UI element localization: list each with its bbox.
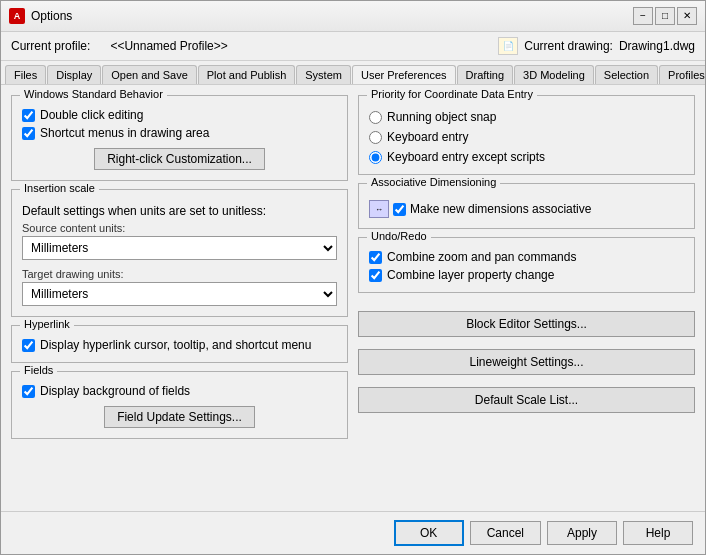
- running-snap-row: Running object snap: [369, 110, 684, 124]
- current-drawing: 📄 Current drawing: Drawing1.dwg: [498, 37, 695, 55]
- tab-profiles[interactable]: Profiles: [659, 65, 705, 85]
- lineweight-settings-button[interactable]: Lineweight Settings...: [358, 349, 695, 375]
- keyboard-except-label[interactable]: Keyboard entry except scripts: [387, 150, 545, 164]
- source-content-select[interactable]: Millimeters Inches Feet Meters Centimete…: [22, 236, 337, 260]
- tab-3d-modeling[interactable]: 3D Modeling: [514, 65, 594, 85]
- tab-plot-publish[interactable]: Plot and Publish: [198, 65, 296, 85]
- current-drawing-label: Current drawing:: [524, 39, 613, 53]
- tab-open-save[interactable]: Open and Save: [102, 65, 196, 85]
- running-snap-label[interactable]: Running object snap: [387, 110, 496, 124]
- left-panel: Windows Standard Behavior Double click e…: [11, 95, 348, 501]
- insertion-scale-title: Insertion scale: [20, 182, 99, 194]
- current-profile-value: <<Unnamed Profile>>: [110, 39, 227, 53]
- undo-redo-title: Undo/Redo: [367, 230, 431, 242]
- insertion-scale-group: Insertion scale Default settings when un…: [11, 189, 348, 317]
- keyboard-entry-radio[interactable]: [369, 131, 382, 144]
- ok-button[interactable]: OK: [394, 520, 464, 546]
- display-hyperlink-label[interactable]: Display hyperlink cursor, tooltip, and s…: [40, 338, 311, 352]
- tab-selection[interactable]: Selection: [595, 65, 658, 85]
- block-editor-settings-button[interactable]: Block Editor Settings...: [358, 311, 695, 337]
- maximize-button[interactable]: □: [655, 7, 675, 25]
- default-scale-list-button[interactable]: Default Scale List...: [358, 387, 695, 413]
- app-icon: A: [9, 8, 25, 24]
- display-bg-label[interactable]: Display background of fields: [40, 384, 190, 398]
- window-title: Options: [31, 9, 72, 23]
- tab-display[interactable]: Display: [47, 65, 101, 85]
- running-snap-radio[interactable]: [369, 111, 382, 124]
- display-hyperlink-row: Display hyperlink cursor, tooltip, and s…: [22, 338, 337, 352]
- title-bar: A Options − □ ✕: [1, 1, 705, 32]
- keyboard-except-row: Keyboard entry except scripts: [369, 150, 684, 164]
- cancel-button[interactable]: Cancel: [470, 521, 541, 545]
- windows-behavior-title: Windows Standard Behavior: [20, 88, 167, 100]
- title-bar-controls: − □ ✕: [633, 7, 697, 25]
- display-bg-checkbox[interactable]: [22, 385, 35, 398]
- tab-files[interactable]: Files: [5, 65, 46, 85]
- keyboard-entry-row: Keyboard entry: [369, 130, 684, 144]
- tab-user-preferences[interactable]: User Preferences: [352, 65, 456, 85]
- minimize-button[interactable]: −: [633, 7, 653, 25]
- keyboard-entry-label[interactable]: Keyboard entry: [387, 130, 468, 144]
- shortcut-menus-checkbox[interactable]: [22, 127, 35, 140]
- make-new-dimensions-label[interactable]: Make new dimensions associative: [410, 202, 591, 216]
- profile-bar: Current profile: <<Unnamed Profile>> 📄 C…: [1, 32, 705, 61]
- combine-layer-row: Combine layer property change: [369, 268, 684, 282]
- associative-title: Associative Dimensioning: [367, 176, 500, 188]
- target-drawing-label: Target drawing units:: [22, 268, 337, 280]
- keyboard-except-radio[interactable]: [369, 151, 382, 164]
- double-click-label[interactable]: Double click editing: [40, 108, 143, 122]
- assoc-row: ↔ Make new dimensions associative: [369, 200, 684, 218]
- tab-drafting[interactable]: Drafting: [457, 65, 514, 85]
- combine-zoom-checkbox[interactable]: [369, 251, 382, 264]
- drawing-icon: 📄: [498, 37, 518, 55]
- right-click-customization-button[interactable]: Right-click Customization...: [94, 148, 265, 170]
- current-profile-label: Current profile:: [11, 39, 90, 53]
- combine-zoom-label[interactable]: Combine zoom and pan commands: [387, 250, 576, 264]
- hyperlink-group: Hyperlink Display hyperlink cursor, tool…: [11, 325, 348, 363]
- double-click-checkbox[interactable]: [22, 109, 35, 122]
- right-buttons-section: Block Editor Settings... Lineweight Sett…: [358, 305, 695, 413]
- source-content-label: Source content units:: [22, 222, 337, 234]
- combine-layer-checkbox[interactable]: [369, 269, 382, 282]
- shortcut-menus-label[interactable]: Shortcut menus in drawing area: [40, 126, 209, 140]
- title-bar-left: A Options: [9, 8, 72, 24]
- associative-group: Associative Dimensioning ↔ Make new dime…: [358, 183, 695, 229]
- display-hyperlink-checkbox[interactable]: [22, 339, 35, 352]
- field-update-settings-button[interactable]: Field Update Settings...: [104, 406, 255, 428]
- shortcut-menus-row: Shortcut menus in drawing area: [22, 126, 337, 140]
- right-panel: Priority for Coordinate Data Entry Runni…: [358, 95, 695, 501]
- footer-bar: OK Cancel Apply Help: [1, 511, 705, 554]
- double-click-row: Double click editing: [22, 108, 337, 122]
- tabs-bar: Files Display Open and Save Plot and Pub…: [1, 61, 705, 85]
- undo-redo-group: Undo/Redo Combine zoom and pan commands …: [358, 237, 695, 293]
- target-drawing-select[interactable]: Millimeters Inches Feet Meters Centimete…: [22, 282, 337, 306]
- tab-system[interactable]: System: [296, 65, 351, 85]
- combine-zoom-row: Combine zoom and pan commands: [369, 250, 684, 264]
- priority-title: Priority for Coordinate Data Entry: [367, 88, 537, 100]
- fields-group: Fields Display background of fields Fiel…: [11, 371, 348, 439]
- display-bg-row: Display background of fields: [22, 384, 337, 398]
- apply-button[interactable]: Apply: [547, 521, 617, 545]
- options-dialog: A Options − □ ✕ Current profile: <<Unnam…: [0, 0, 706, 555]
- priority-group: Priority for Coordinate Data Entry Runni…: [358, 95, 695, 175]
- fields-title: Fields: [20, 364, 57, 376]
- associative-icon: ↔: [369, 200, 389, 218]
- help-button[interactable]: Help: [623, 521, 693, 545]
- windows-behavior-group: Windows Standard Behavior Double click e…: [11, 95, 348, 181]
- close-button[interactable]: ✕: [677, 7, 697, 25]
- hyperlink-title: Hyperlink: [20, 318, 74, 330]
- insertion-scale-description: Default settings when units are set to u…: [22, 204, 337, 218]
- combine-layer-label[interactable]: Combine layer property change: [387, 268, 554, 282]
- current-drawing-value: Drawing1.dwg: [619, 39, 695, 53]
- make-new-dimensions-checkbox[interactable]: [393, 203, 406, 216]
- content-area: Windows Standard Behavior Double click e…: [1, 85, 705, 511]
